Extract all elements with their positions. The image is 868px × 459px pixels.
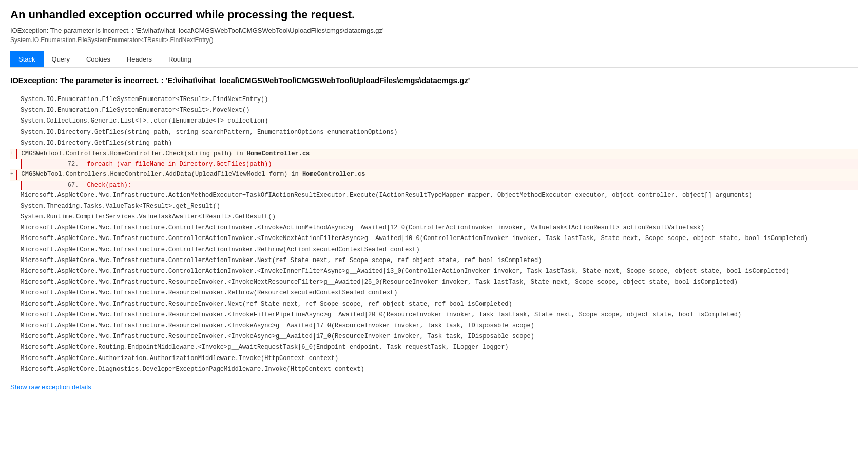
show-raw-link[interactable]: Show raw exception details	[10, 383, 91, 391]
stack-line: Microsoft.AspNetCore.Mvc.Infrastructure.…	[10, 245, 858, 255]
red-bar-5	[16, 149, 17, 159]
stack-line: Microsoft.AspNetCore.Mvc.Infrastructure.…	[10, 288, 858, 298]
stack-line: Microsoft.AspNetCore.Routing.EndpointMid…	[10, 342, 858, 353]
tab-cookies[interactable]: Cookies	[78, 51, 119, 67]
tab-routing[interactable]: Routing	[160, 51, 200, 67]
stack-line: System.IO.Enumeration.FileSystemEnumerat…	[10, 94, 858, 105]
line-num-5: 72.	[68, 161, 79, 168]
stack-line: System.Collections.Generic.List<T>..ctor…	[10, 116, 858, 127]
stack-line: Microsoft.AspNetCore.Mvc.Infrastructure.…	[10, 299, 858, 310]
tab-headers[interactable]: Headers	[119, 51, 160, 67]
stack-line: System.IO.Enumeration.FileSystemEnumerat…	[10, 105, 858, 116]
page-wrapper: An unhandled exception occurred while pr…	[0, 0, 868, 399]
stack-line: System.Threading.Tasks.ValueTask<TResult…	[10, 201, 858, 212]
tab-bar: Stack Query Cookies Headers Routing	[10, 51, 858, 68]
stack-line: Microsoft.AspNetCore.Mvc.Infrastructure.…	[10, 321, 858, 331]
highlight-row-5: + CMGSWebTool.Controllers.HomeController…	[10, 149, 858, 159]
stack-line-prefix-5: CMGSWebTool.Controllers.HomeController.C…	[22, 149, 310, 159]
red-bar-6	[16, 170, 17, 179]
stack-line: Microsoft.AspNetCore.Mvc.Infrastructure.…	[10, 233, 858, 244]
stack-line: Microsoft.AspNetCore.Mvc.Infrastructure.…	[10, 277, 858, 288]
stack-line: Microsoft.AspNetCore.Mvc.Infrastructure.…	[10, 266, 858, 277]
stack-section: IOException: The parameter is incorrect.…	[10, 68, 858, 391]
code-5: foreach (var fileName in Directory.GetFi…	[87, 161, 272, 168]
tab-query[interactable]: Query	[44, 51, 78, 67]
stack-line: Microsoft.AspNetCore.Diagnostics.Develop…	[10, 364, 858, 375]
stack-line: Microsoft.AspNetCore.Authorization.Autho…	[10, 353, 858, 364]
stack-line: Microsoft.AspNetCore.Mvc.Infrastructure.…	[10, 255, 858, 266]
exception-source: System.IO.Enumeration.FileSystemEnumerat…	[10, 36, 858, 44]
code-6: Check(path);	[87, 182, 131, 189]
stack-line: System.IO.Directory.GetFiles(string path…	[10, 138, 858, 149]
stack-line: System.IO.Directory.GetFiles(string path…	[10, 127, 858, 138]
stack-line: System.Runtime.CompilerServices.ValueTas…	[10, 212, 858, 223]
section-title: IOException: The parameter is incorrect.…	[10, 76, 858, 89]
stack-line: Microsoft.AspNetCore.Mvc.Infrastructure.…	[10, 310, 858, 321]
line-num-6: 67.	[68, 182, 79, 189]
expand-btn-6[interactable]: +	[10, 170, 14, 179]
stack-line: Microsoft.AspNetCore.Mvc.Infrastructure.…	[10, 331, 858, 342]
stack-trace: System.IO.Enumeration.FileSystemEnumerat…	[10, 94, 858, 375]
stack-line: Microsoft.AspNetCore.Mvc.Infrastructure.…	[10, 190, 858, 201]
highlight-row-6: + CMGSWebTool.Controllers.HomeController…	[10, 169, 858, 180]
tab-stack[interactable]: Stack	[10, 51, 44, 67]
main-title: An unhandled exception occurred while pr…	[10, 8, 858, 22]
stack-line-prefix-6: CMGSWebTool.Controllers.HomeController.A…	[22, 170, 365, 179]
exception-summary: IOException: The parameter is incorrect.…	[10, 27, 858, 34]
expand-btn-5[interactable]: +	[10, 149, 14, 158]
stack-line: Microsoft.AspNetCore.Mvc.Infrastructure.…	[10, 223, 858, 233]
